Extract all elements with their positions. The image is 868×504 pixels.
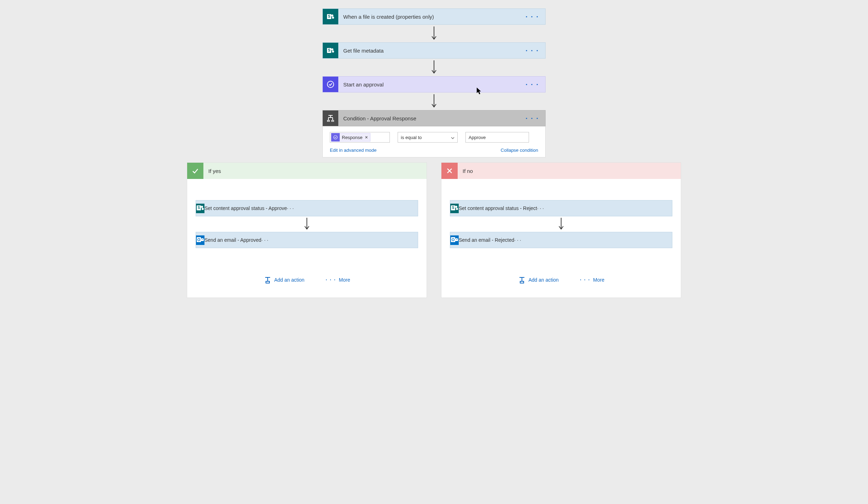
svg-point-3 [332, 17, 334, 19]
metadata-title: Get file metadata [338, 48, 384, 54]
svg-point-10 [327, 81, 334, 88]
arrow-connector [430, 92, 438, 110]
svg-point-2 [331, 14, 333, 17]
svg-point-36 [456, 208, 458, 210]
svg-point-19 [334, 136, 338, 139]
approve-status-card[interactable]: S Set content approval status - Approve … [196, 200, 418, 216]
svg-text:S: S [328, 48, 331, 52]
sharepoint-icon: S [196, 204, 204, 213]
approve-status-title: Set content approval status - Approve [204, 205, 287, 211]
more-icon[interactable]: · · · [261, 237, 268, 243]
svg-text:O: O [197, 238, 201, 242]
if-no-header[interactable]: If no [441, 163, 681, 179]
svg-text:S: S [328, 14, 331, 18]
response-chip[interactable]: Response ✕ [331, 133, 370, 142]
arrow-connector [430, 59, 438, 76]
operator-value: is equal to [401, 135, 422, 140]
if-yes-branch: If yes S Set content approval status - A… [187, 162, 427, 298]
condition-body: Response ✕ is equal to Approve Edit in a… [322, 126, 546, 157]
dots-icon: · · · [580, 277, 590, 283]
add-action-label: Add an action [274, 277, 305, 283]
svg-point-7 [331, 48, 333, 50]
condition-operator-select[interactable]: is equal to [398, 132, 458, 143]
condition-card[interactable]: Condition - Approval Response · · · [322, 110, 546, 126]
if-yes-header[interactable]: If yes [187, 163, 427, 179]
flow-canvas: S When a file is created (properties onl… [0, 0, 868, 504]
more-label: More [593, 277, 605, 283]
check-icon [187, 163, 203, 179]
approval-card[interactable]: Start an approval · · · [322, 76, 546, 92]
outlook-icon: O [196, 235, 204, 245]
arrow-connector [430, 25, 438, 42]
svg-rect-30 [266, 281, 269, 283]
sharepoint-icon: S [450, 204, 459, 213]
email-rejected-title: Send an email - Rejected [459, 237, 514, 243]
more-label: More [339, 277, 350, 283]
if-yes-title: If yes [203, 168, 221, 174]
more-icon[interactable]: · · · [287, 205, 293, 211]
sharepoint-icon: S [323, 9, 338, 24]
metadata-card[interactable]: S Get file metadata · · · [322, 42, 546, 59]
more-icon[interactable]: · · · [525, 13, 545, 21]
trigger-title: When a file is created (properties only) [338, 14, 434, 20]
outlook-icon: O [450, 235, 459, 245]
close-icon [441, 163, 458, 179]
condition-icon [323, 110, 338, 126]
add-action-button[interactable]: Add an action [518, 276, 559, 283]
approval-icon [323, 77, 338, 92]
svg-text:S: S [198, 206, 200, 210]
svg-point-35 [455, 206, 457, 208]
add-action-label: Add an action [529, 277, 559, 283]
condition-title: Condition - Approval Response [338, 115, 416, 121]
condition-value-input[interactable]: Approve [465, 132, 529, 143]
email-approved-card[interactable]: O Send an email - Approved · · · [196, 232, 418, 248]
more-icon[interactable]: · · · [525, 80, 545, 89]
dots-icon: · · · [326, 277, 336, 283]
trigger-card[interactable]: S When a file is created (properties onl… [322, 8, 546, 25]
collapse-condition-link[interactable]: Collapse condition [501, 148, 538, 153]
more-button[interactable]: · · · More [326, 277, 350, 283]
svg-text:O: O [452, 238, 455, 242]
svg-point-23 [202, 208, 204, 210]
arrow-connector [303, 216, 310, 232]
sharepoint-icon: S [323, 43, 338, 58]
arrow-connector [558, 216, 565, 232]
if-no-title: If no [458, 168, 473, 174]
email-approved-title: Send an email - Approved [204, 237, 261, 243]
chevron-down-icon [451, 135, 454, 140]
svg-point-22 [201, 206, 203, 208]
approval-title: Start an approval [338, 82, 384, 88]
more-button[interactable]: · · · More [580, 277, 604, 283]
reject-status-card[interactable]: S Set content approval status - Reject ·… [450, 200, 672, 216]
condition-left-operand[interactable]: Response ✕ [330, 132, 390, 143]
more-icon[interactable]: · · · [537, 205, 544, 211]
reject-status-title: Set content approval status - Reject [459, 205, 537, 211]
value-text: Approve [469, 135, 486, 140]
svg-point-8 [332, 50, 334, 53]
if-no-branch: If no S Set content approval status - Re… [441, 162, 681, 298]
chip-label: Response [342, 135, 363, 140]
svg-rect-17 [327, 120, 329, 121]
more-icon[interactable]: · · · [525, 47, 545, 55]
approval-icon [331, 133, 340, 142]
more-icon[interactable]: · · · [525, 114, 545, 122]
svg-rect-43 [520, 281, 524, 283]
svg-rect-18 [332, 120, 334, 121]
svg-text:S: S [452, 206, 454, 210]
more-icon[interactable]: · · · [514, 237, 521, 243]
remove-chip-icon[interactable]: ✕ [365, 135, 368, 140]
add-action-button[interactable]: Add an action [264, 276, 305, 283]
edit-advanced-mode-link[interactable]: Edit in advanced mode [330, 148, 376, 153]
email-rejected-card[interactable]: O Send an email - Rejected · · · [450, 232, 672, 248]
